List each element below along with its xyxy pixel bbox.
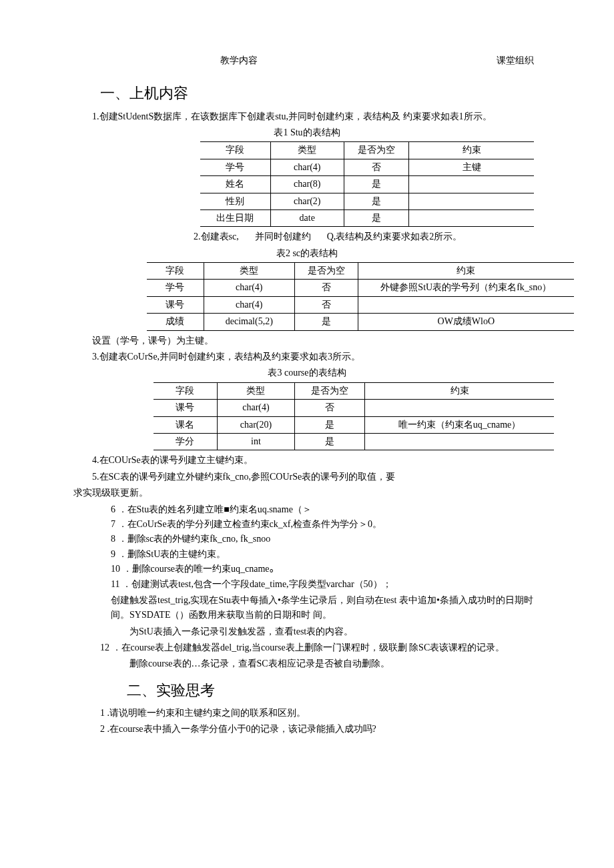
cell: 否 (295, 400, 365, 416)
cell: 是 (294, 314, 358, 330)
cell: 姓名 (200, 176, 270, 193)
p11a-text: 创建触发器test_trig,实现在Stu表中每插入•条学生记录后，则自动在te… (111, 595, 533, 620)
cell: 学分 (154, 434, 217, 450)
table-row: 学号 char(4) 否 主键 (200, 159, 534, 175)
p2-row: 2.创建表sc, 并同时创建约 Q,表结构及约束要求如表2所示。 (194, 230, 541, 244)
cell: 否 (294, 280, 358, 296)
list-item: 10 ．删除course表的唯一约束uq_cnameₒ (111, 562, 541, 576)
table-row: 性别 char(2) 是 (200, 193, 534, 209)
table-row: 姓名 char(8) 是 (200, 176, 534, 193)
cell: 是 (344, 176, 408, 193)
cell (365, 434, 554, 450)
table1-caption: 表1 Stu的表结构 (73, 125, 541, 140)
table-row: 课号 char(4) 否 (154, 400, 554, 416)
cell (409, 176, 534, 193)
th: 字段 (200, 142, 270, 159)
table-row: 课号 char(4) 否 (147, 296, 574, 313)
list-item: 7 ．在CoUrSe表的学分列建立检查约束ck_xf,检查条件为学分＞0。 (111, 517, 541, 532)
cell: char(20) (217, 416, 295, 433)
cell: char(2) (270, 193, 344, 209)
th: 类型 (270, 142, 344, 159)
cell: 出生日期 (200, 209, 270, 226)
p12b: 删除course表的…条记录，查看SC表相应记录是否被自动删除。 (129, 657, 541, 671)
th: 字段 (147, 263, 204, 280)
cell: 学号 (200, 159, 270, 175)
cell: 否 (344, 159, 408, 175)
cell: 课号 (147, 296, 204, 313)
list-item: 6 ．在Stu表的姓名列建立唯■约束名uq.sname（＞ (111, 502, 541, 517)
p3: 3.创建表CoUrSe,并同时创建约束，表结构及约束要求如表3所示。 (92, 350, 541, 364)
cell (365, 400, 554, 416)
cell: char(4) (270, 159, 344, 175)
cell (409, 209, 534, 226)
p4: 4.在COUrSe表的课号列建立主键约束。 (92, 453, 541, 468)
th: 类型 (217, 382, 295, 399)
cell: decimal(5,2) (204, 314, 294, 330)
section2-title: 二、实验思考 (127, 679, 541, 702)
table-row: 学分 int 是 (154, 434, 554, 450)
th: 约束 (358, 263, 574, 280)
p2d: 设置（学号，课号）为主键。 (92, 334, 541, 348)
header-right: 课堂组织 (497, 53, 534, 68)
header-left: 教学内容 (220, 53, 258, 68)
cell: 成绩 (147, 314, 204, 330)
cell: 性别 (200, 193, 270, 209)
table-row: 学号 char(4) 否 外键参照StU表的学号列（约束名fk_sno） (147, 280, 574, 296)
p1: 1.创建StUdentS数据库，在该数据库下创建表stu,并同时创建约束，表结构… (92, 109, 541, 124)
cell (409, 193, 534, 209)
p11b: 为StU表插入一条记录引发触发器，查看test表的内容。 (129, 624, 541, 639)
cell (358, 296, 574, 313)
p2a: 2.创建表sc, (194, 230, 239, 244)
table3-caption: 表3 course的表结构 (73, 366, 541, 380)
th: 字段 (154, 382, 217, 399)
list-item: 8 ．删除sc表的外键约束fk_cno, fk_snoo (111, 532, 541, 546)
cell: 是 (344, 209, 408, 226)
cell: char(8) (270, 176, 344, 193)
p5b: 求实现级联更新。 (73, 486, 541, 500)
table2: 字段 类型 是否为空 约束 学号 char(4) 否 外键参照StU表的学号列（… (147, 262, 574, 331)
cell: OW成绩WloO (358, 314, 574, 330)
cell: 外键参照StU表的学号列（约束名fk_sno） (358, 280, 574, 296)
table-row: 字段 类型 是否为空 约束 (147, 263, 574, 280)
p11a: 创建触发器test_trig,实现在Stu表中每插入•条学生记录后，则自动在te… (111, 593, 541, 623)
cell: 唯一约束（约束名uq_cname） (365, 416, 554, 433)
p2c: Q,表结构及约束要求如表2所示。 (327, 230, 463, 244)
list-item: 11 ．创建测试表test,包含一个字段date_time,字段类型varcha… (111, 577, 541, 592)
p12a: 12 ．在course表上创建触发器del_trig,当course表上删除一门… (100, 640, 541, 655)
cell: 课号 (154, 400, 217, 416)
table-row: 字段 类型 是否为空 约束 (200, 142, 534, 159)
cell: date (270, 209, 344, 226)
table2-caption: 表2 sc的表结构 (73, 246, 541, 261)
list-item: 9 ．删除StU表的主键约束。 (111, 547, 541, 562)
table-row: 出生日期 date 是 (200, 209, 534, 226)
table-row: 字段 类型 是否为空 约束 (154, 382, 554, 399)
cell: char(4) (204, 280, 294, 296)
cell: char(4) (204, 296, 294, 313)
page-header: 教学内容 课堂组织 (73, 53, 541, 68)
cell: 课名 (154, 416, 217, 433)
cell: char(4) (217, 400, 295, 416)
cell: 否 (294, 296, 358, 313)
cell: 学号 (147, 280, 204, 296)
th: 是否为空 (295, 382, 365, 399)
th: 约束 (409, 142, 534, 159)
cell: 是 (295, 434, 365, 450)
table3: 字段 类型 是否为空 约束 课号 char(4) 否 课名 char(20) 是… (154, 382, 554, 451)
th: 是否为空 (344, 142, 408, 159)
th: 类型 (204, 263, 294, 280)
cell: int (217, 434, 295, 450)
cell: 主键 (409, 159, 534, 175)
th: 约束 (365, 382, 554, 399)
table-row: 课名 char(20) 是 唯一约束（约束名uq_cname） (154, 416, 554, 433)
p5a: 5.在SC表的课号列建立外键约束fk_cno,参照COUrSe表的课号列的取值，… (92, 470, 541, 484)
table-row: 成绩 decimal(5,2) 是 OW成绩WloO (147, 314, 574, 330)
table1: 字段 类型 是否为空 约束 学号 char(4) 否 主键 姓名 char(8)… (200, 141, 534, 227)
q2: 2 .在course表中插入一条学分值小于0的记录，该记录能插入成功吗? (100, 722, 541, 737)
p2b: 并同时创建约 (255, 230, 311, 244)
q1: 1 .请说明唯一约束和主键约束之间的联系和区别。 (100, 706, 541, 721)
cell: 是 (344, 193, 408, 209)
th: 是否为空 (294, 263, 358, 280)
cell: 是 (295, 416, 365, 433)
section1-title: 一、上机内容 (100, 81, 541, 105)
